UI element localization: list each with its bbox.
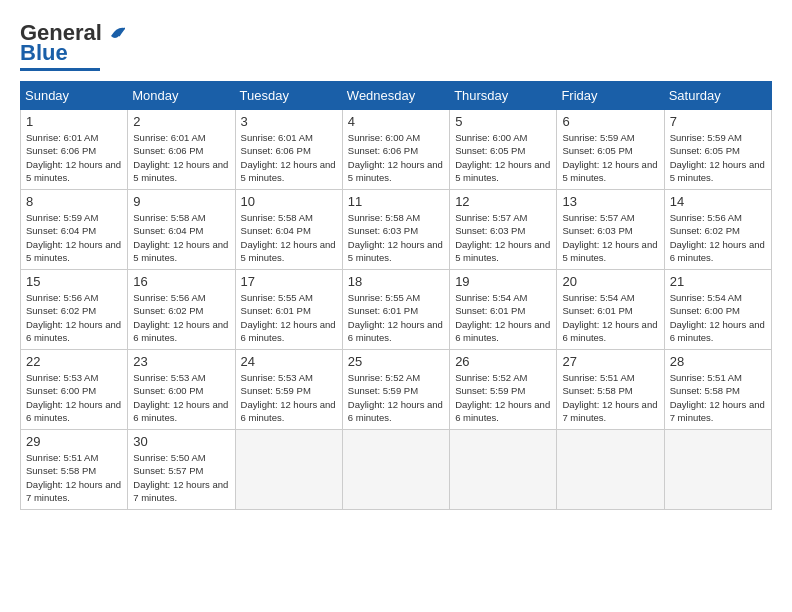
calendar-cell: 28 Sunrise: 5:51 AMSunset: 5:58 PMDaylig… — [664, 350, 771, 430]
calendar-cell: 18 Sunrise: 5:55 AMSunset: 6:01 PMDaylig… — [342, 270, 449, 350]
day-info: Sunrise: 5:59 AMSunset: 6:05 PMDaylight:… — [562, 132, 657, 183]
calendar-cell: 20 Sunrise: 5:54 AMSunset: 6:01 PMDaylig… — [557, 270, 664, 350]
day-info: Sunrise: 6:00 AMSunset: 6:05 PMDaylight:… — [455, 132, 550, 183]
calendar-cell: 22 Sunrise: 5:53 AMSunset: 6:00 PMDaylig… — [21, 350, 128, 430]
calendar-cell: 19 Sunrise: 5:54 AMSunset: 6:01 PMDaylig… — [450, 270, 557, 350]
day-number: 18 — [348, 274, 444, 289]
day-number: 29 — [26, 434, 122, 449]
calendar-header-friday: Friday — [557, 82, 664, 110]
calendar-cell: 30 Sunrise: 5:50 AMSunset: 5:57 PMDaylig… — [128, 430, 235, 510]
calendar-cell: 5 Sunrise: 6:00 AMSunset: 6:05 PMDayligh… — [450, 110, 557, 190]
calendar-cell: 27 Sunrise: 5:51 AMSunset: 5:58 PMDaylig… — [557, 350, 664, 430]
calendar-cell: 11 Sunrise: 5:58 AMSunset: 6:03 PMDaylig… — [342, 190, 449, 270]
day-number: 10 — [241, 194, 337, 209]
calendar-week-3: 15 Sunrise: 5:56 AMSunset: 6:02 PMDaylig… — [21, 270, 772, 350]
day-info: Sunrise: 5:54 AMSunset: 6:00 PMDaylight:… — [670, 292, 765, 343]
logo-underline — [20, 68, 100, 71]
calendar-week-4: 22 Sunrise: 5:53 AMSunset: 6:00 PMDaylig… — [21, 350, 772, 430]
day-number: 11 — [348, 194, 444, 209]
day-number: 5 — [455, 114, 551, 129]
calendar-cell: 23 Sunrise: 5:53 AMSunset: 6:00 PMDaylig… — [128, 350, 235, 430]
day-info: Sunrise: 5:54 AMSunset: 6:01 PMDaylight:… — [455, 292, 550, 343]
day-number: 19 — [455, 274, 551, 289]
day-info: Sunrise: 5:55 AMSunset: 6:01 PMDaylight:… — [348, 292, 443, 343]
logo: General Blue — [20, 20, 125, 71]
day-info: Sunrise: 5:56 AMSunset: 6:02 PMDaylight:… — [670, 212, 765, 263]
calendar-cell — [235, 430, 342, 510]
calendar-cell: 16 Sunrise: 5:56 AMSunset: 6:02 PMDaylig… — [128, 270, 235, 350]
calendar-cell: 17 Sunrise: 5:55 AMSunset: 6:01 PMDaylig… — [235, 270, 342, 350]
day-number: 1 — [26, 114, 122, 129]
day-number: 25 — [348, 354, 444, 369]
day-number: 15 — [26, 274, 122, 289]
day-info: Sunrise: 5:53 AMSunset: 5:59 PMDaylight:… — [241, 372, 336, 423]
day-number: 2 — [133, 114, 229, 129]
calendar-week-1: 1 Sunrise: 6:01 AMSunset: 6:06 PMDayligh… — [21, 110, 772, 190]
day-number: 9 — [133, 194, 229, 209]
calendar-cell: 2 Sunrise: 6:01 AMSunset: 6:06 PMDayligh… — [128, 110, 235, 190]
day-info: Sunrise: 6:00 AMSunset: 6:06 PMDaylight:… — [348, 132, 443, 183]
page-header: General Blue — [20, 20, 772, 71]
calendar-cell: 21 Sunrise: 5:54 AMSunset: 6:00 PMDaylig… — [664, 270, 771, 350]
day-number: 26 — [455, 354, 551, 369]
day-info: Sunrise: 5:56 AMSunset: 6:02 PMDaylight:… — [133, 292, 228, 343]
day-number: 16 — [133, 274, 229, 289]
day-number: 4 — [348, 114, 444, 129]
calendar-cell: 15 Sunrise: 5:56 AMSunset: 6:02 PMDaylig… — [21, 270, 128, 350]
calendar-cell: 3 Sunrise: 6:01 AMSunset: 6:06 PMDayligh… — [235, 110, 342, 190]
calendar-header-tuesday: Tuesday — [235, 82, 342, 110]
day-info: Sunrise: 5:58 AMSunset: 6:03 PMDaylight:… — [348, 212, 443, 263]
day-number: 7 — [670, 114, 766, 129]
calendar-cell: 25 Sunrise: 5:52 AMSunset: 5:59 PMDaylig… — [342, 350, 449, 430]
day-info: Sunrise: 5:56 AMSunset: 6:02 PMDaylight:… — [26, 292, 121, 343]
calendar-cell: 12 Sunrise: 5:57 AMSunset: 6:03 PMDaylig… — [450, 190, 557, 270]
calendar-header-thursday: Thursday — [450, 82, 557, 110]
day-number: 24 — [241, 354, 337, 369]
day-info: Sunrise: 5:54 AMSunset: 6:01 PMDaylight:… — [562, 292, 657, 343]
day-info: Sunrise: 5:52 AMSunset: 5:59 PMDaylight:… — [455, 372, 550, 423]
day-number: 27 — [562, 354, 658, 369]
calendar-table: SundayMondayTuesdayWednesdayThursdayFrid… — [20, 81, 772, 510]
day-info: Sunrise: 5:58 AMSunset: 6:04 PMDaylight:… — [241, 212, 336, 263]
calendar-week-5: 29 Sunrise: 5:51 AMSunset: 5:58 PMDaylig… — [21, 430, 772, 510]
calendar-cell: 29 Sunrise: 5:51 AMSunset: 5:58 PMDaylig… — [21, 430, 128, 510]
day-info: Sunrise: 5:51 AMSunset: 5:58 PMDaylight:… — [562, 372, 657, 423]
day-info: Sunrise: 5:50 AMSunset: 5:57 PMDaylight:… — [133, 452, 228, 503]
day-info: Sunrise: 5:57 AMSunset: 6:03 PMDaylight:… — [562, 212, 657, 263]
calendar-cell: 6 Sunrise: 5:59 AMSunset: 6:05 PMDayligh… — [557, 110, 664, 190]
day-number: 30 — [133, 434, 229, 449]
calendar-cell — [342, 430, 449, 510]
calendar-header-row: SundayMondayTuesdayWednesdayThursdayFrid… — [21, 82, 772, 110]
calendar-cell — [664, 430, 771, 510]
day-number: 20 — [562, 274, 658, 289]
day-number: 22 — [26, 354, 122, 369]
day-number: 13 — [562, 194, 658, 209]
calendar-cell: 26 Sunrise: 5:52 AMSunset: 5:59 PMDaylig… — [450, 350, 557, 430]
day-info: Sunrise: 6:01 AMSunset: 6:06 PMDaylight:… — [241, 132, 336, 183]
day-number: 8 — [26, 194, 122, 209]
calendar-header-wednesday: Wednesday — [342, 82, 449, 110]
calendar-cell: 13 Sunrise: 5:57 AMSunset: 6:03 PMDaylig… — [557, 190, 664, 270]
calendar-cell — [450, 430, 557, 510]
day-info: Sunrise: 5:57 AMSunset: 6:03 PMDaylight:… — [455, 212, 550, 263]
day-number: 28 — [670, 354, 766, 369]
day-number: 23 — [133, 354, 229, 369]
day-number: 12 — [455, 194, 551, 209]
day-info: Sunrise: 5:59 AMSunset: 6:05 PMDaylight:… — [670, 132, 765, 183]
calendar-cell: 24 Sunrise: 5:53 AMSunset: 5:59 PMDaylig… — [235, 350, 342, 430]
day-info: Sunrise: 6:01 AMSunset: 6:06 PMDaylight:… — [133, 132, 228, 183]
day-number: 14 — [670, 194, 766, 209]
calendar-cell — [557, 430, 664, 510]
calendar-cell: 1 Sunrise: 6:01 AMSunset: 6:06 PMDayligh… — [21, 110, 128, 190]
day-number: 21 — [670, 274, 766, 289]
day-info: Sunrise: 5:59 AMSunset: 6:04 PMDaylight:… — [26, 212, 121, 263]
calendar-cell: 9 Sunrise: 5:58 AMSunset: 6:04 PMDayligh… — [128, 190, 235, 270]
calendar-cell: 10 Sunrise: 5:58 AMSunset: 6:04 PMDaylig… — [235, 190, 342, 270]
day-number: 17 — [241, 274, 337, 289]
day-number: 6 — [562, 114, 658, 129]
calendar-header-saturday: Saturday — [664, 82, 771, 110]
day-info: Sunrise: 5:58 AMSunset: 6:04 PMDaylight:… — [133, 212, 228, 263]
day-info: Sunrise: 5:51 AMSunset: 5:58 PMDaylight:… — [670, 372, 765, 423]
calendar-cell: 7 Sunrise: 5:59 AMSunset: 6:05 PMDayligh… — [664, 110, 771, 190]
day-info: Sunrise: 6:01 AMSunset: 6:06 PMDaylight:… — [26, 132, 121, 183]
